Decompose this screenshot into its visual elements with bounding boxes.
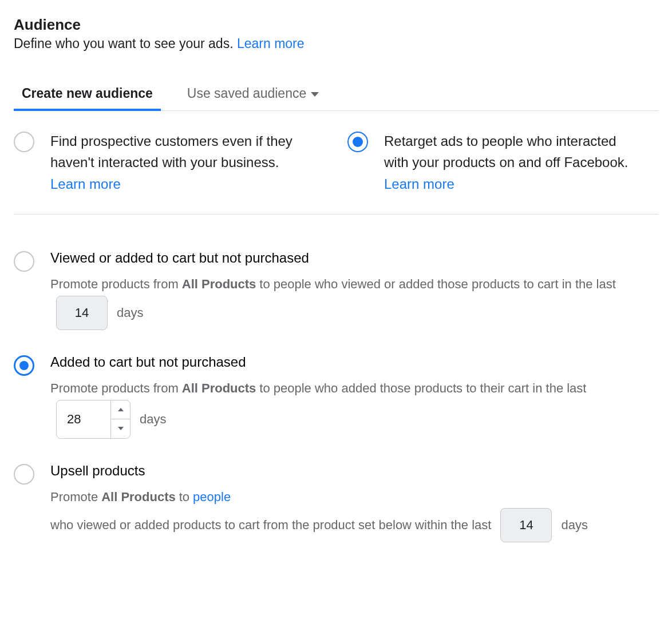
added-desc: Promote products from All Products to pe… [50,377,658,439]
prospective-text: Find prospective customers even if they … [50,130,302,173]
radio-upsell-products[interactable]: Upsell products Promote All Products to … [14,463,658,543]
days-input-upsell[interactable]: 14 [500,508,552,542]
desc-text: to people who viewed or added those prod… [259,273,616,296]
retarget-learn-more-link[interactable]: Learn more [384,176,454,192]
radio-icon [14,464,34,485]
days-label: days [561,514,587,537]
days-input-viewed[interactable]: 14 [56,296,108,330]
desc-text: to people who added those products to th… [259,377,586,400]
stepper-down-button[interactable] [111,419,130,438]
all-products-label: All Products [182,377,256,400]
tab-create-new-audience[interactable]: Create new audience [22,80,153,110]
prospective-learn-more-link[interactable]: Learn more [50,176,121,192]
tab-create-label: Create new audience [22,86,153,101]
added-title: Added to cart but not purchased [50,354,658,370]
down-arrow-icon [118,427,124,430]
up-arrow-icon [118,408,124,411]
desc-text: Promote products from [50,273,179,296]
radio-icon [14,251,34,272]
targeting-mode-group: Find prospective customers even if they … [14,111,658,215]
tab-saved-label: Use saved audience [187,86,306,101]
chevron-down-icon [311,92,319,97]
audience-subtitle-text: Define who you want to see your ads. [14,36,234,51]
stepper [110,400,130,438]
radio-icon [347,132,368,152]
radio-added-to-cart[interactable]: Added to cart but not purchased Promote … [14,354,658,439]
all-products-label: All Products [101,486,176,509]
audience-learn-more-link[interactable]: Learn more [237,36,305,51]
days-label: days [117,301,143,324]
all-products-label: All Products [182,273,256,296]
radio-viewed-or-added[interactable]: Viewed or added to cart but not purchase… [14,250,658,330]
audience-heading: Audience [14,16,658,34]
viewed-title: Viewed or added to cart but not purchase… [50,250,658,266]
desc-text: Promote [50,486,98,509]
viewed-desc: Promote products from All Products to pe… [50,273,658,330]
radio-icon [14,132,34,152]
upsell-title: Upsell products [50,463,658,479]
upsell-desc: Promote All Products to people who viewe… [50,486,658,543]
desc-text: Promote products from [50,377,179,400]
radio-retarget[interactable]: Retarget ads to people who interacted wi… [347,130,658,192]
tab-use-saved-audience[interactable]: Use saved audience [187,80,319,110]
days-label: days [140,408,166,431]
radio-icon [14,355,34,376]
desc-text: to [179,486,189,509]
people-link[interactable]: people [193,486,231,509]
stepper-up-button[interactable] [111,400,130,419]
audience-subtitle: Define who you want to see your ads. Lea… [14,36,658,51]
radio-prospective-customers[interactable]: Find prospective customers even if they … [14,130,325,192]
retarget-text: Retarget ads to people who interacted wi… [384,130,636,173]
retarget-options-group: Viewed or added to cart but not purchase… [14,250,658,542]
desc-text: who viewed or added products to cart fro… [50,514,491,537]
days-value: 28 [57,408,110,431]
audience-tabs: Create new audience Use saved audience [14,80,658,111]
days-stepper-added[interactable]: 28 [56,400,131,439]
